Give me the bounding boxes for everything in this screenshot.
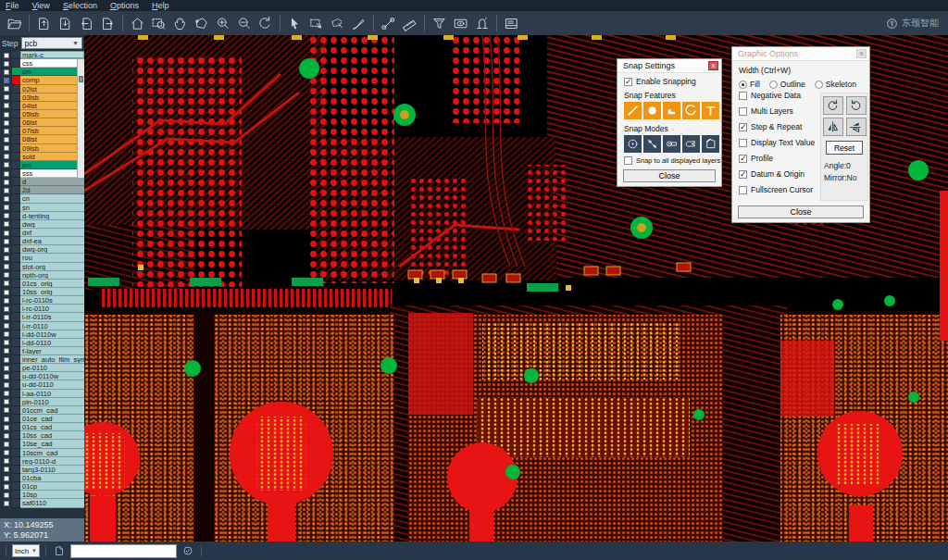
layer-row[interactable]: 02lst xyxy=(0,85,84,93)
layer-visibility-checkbox[interactable] xyxy=(4,69,9,75)
menu-item-options[interactable]: Options xyxy=(110,1,139,10)
layer-row[interactable]: 05lsb xyxy=(0,110,84,118)
layer-row[interactable]: 10se_cad xyxy=(0,440,84,448)
layer-color-swatch[interactable] xyxy=(12,178,20,186)
zoom-previous-icon[interactable] xyxy=(255,13,276,33)
layer-color-swatch[interactable] xyxy=(12,245,20,254)
layer-color-swatch[interactable] xyxy=(12,135,20,143)
view-options-icon[interactable] xyxy=(450,13,471,33)
layer-visibility-checkbox[interactable] xyxy=(4,230,9,236)
snap-all-layers-checkbox[interactable] xyxy=(624,156,632,165)
layer-row[interactable]: inner_auto_film_symb xyxy=(0,355,84,364)
layer-visibility-checkbox[interactable] xyxy=(4,290,9,295)
layer-color-swatch[interactable] xyxy=(12,212,20,220)
layer-row[interactable]: u-dd-0110w xyxy=(0,372,84,380)
layer-row[interactable]: pe-0110 xyxy=(0,364,84,372)
layer-row[interactable]: i-aa-0110 xyxy=(0,390,84,398)
layer-color-swatch[interactable] xyxy=(12,474,20,482)
layer-color-swatch[interactable] xyxy=(12,364,20,372)
menu-item-help[interactable]: Help xyxy=(152,1,169,10)
checkbox-profile[interactable]: Profile xyxy=(739,154,820,163)
layer-color-swatch[interactable] xyxy=(12,161,20,169)
layer-visibility-checkbox[interactable] xyxy=(4,476,9,481)
layer-color-swatch[interactable] xyxy=(12,102,20,110)
layer-visibility-checkbox[interactable] xyxy=(4,298,9,304)
layer-color-swatch[interactable] xyxy=(12,466,20,474)
radio-fill[interactable]: Fill xyxy=(739,80,760,89)
layers-panel-icon[interactable] xyxy=(501,13,522,33)
layer-color-swatch[interactable] xyxy=(12,144,20,153)
layer-row[interactable]: u-dd-0110 xyxy=(0,380,84,389)
layer-visibility-checkbox[interactable] xyxy=(4,340,9,345)
layer-row[interactable]: 10ss_cad xyxy=(0,431,84,440)
graphic-dialog-titlebar[interactable]: Graphic Options x xyxy=(732,47,869,61)
layer-row[interactable]: i-dd-0110w xyxy=(0,330,84,339)
layer-visibility-checkbox[interactable] xyxy=(4,61,9,67)
layer-color-swatch[interactable] xyxy=(12,76,20,84)
select-rect-icon[interactable] xyxy=(306,13,327,33)
layer-color-swatch[interactable] xyxy=(12,59,20,68)
layer-color-swatch[interactable] xyxy=(12,305,20,313)
layer-color-swatch[interactable] xyxy=(12,153,20,161)
layer-color-swatch[interactable] xyxy=(12,440,20,448)
layer-color-swatch[interactable] xyxy=(12,288,20,296)
layer-row[interactable]: 04lst xyxy=(0,102,84,110)
layer-color-swatch[interactable] xyxy=(12,339,20,347)
radio-skeleton[interactable]: Skeleton xyxy=(815,80,856,89)
measure-line-icon[interactable] xyxy=(378,13,399,33)
layer-row[interactable]: 01cs_orig xyxy=(0,280,84,288)
layer-visibility-checkbox[interactable] xyxy=(4,323,9,329)
layer-color-swatch[interactable] xyxy=(12,51,20,59)
snap-arc-icon[interactable] xyxy=(682,102,700,119)
menu-item-view[interactable]: View xyxy=(32,1,50,10)
layer-row[interactable]: 01cba xyxy=(0,474,84,482)
snap-line-icon[interactable] xyxy=(624,102,642,119)
reset-button[interactable]: Reset xyxy=(826,141,863,155)
layer-row[interactable]: 01cs_cad xyxy=(0,423,84,431)
layer-color-swatch[interactable] xyxy=(12,237,20,245)
layer-color-swatch[interactable] xyxy=(12,186,20,194)
checkbox-step-repeat[interactable]: Step & Repeat xyxy=(739,122,820,131)
snap-magnet-icon[interactable] xyxy=(471,13,493,33)
layer-visibility-checkbox[interactable] xyxy=(4,366,9,371)
layer-color-swatch[interactable] xyxy=(12,355,20,364)
layer-row[interactable]: sold xyxy=(0,153,84,161)
layer-row[interactable]: comp xyxy=(0,76,84,84)
layer-row[interactable]: 10sp xyxy=(0,491,84,499)
layer-list-scrollbar[interactable] xyxy=(77,59,84,178)
layer-row[interactable]: 08lst xyxy=(0,135,84,143)
checkbox-fullscreen-cursor[interactable]: Fullscreen Cursor xyxy=(739,185,820,194)
command-input[interactable] xyxy=(70,544,177,558)
layer-color-swatch[interactable] xyxy=(12,390,20,398)
scrollbar-thumb[interactable] xyxy=(79,76,83,82)
layer-visibility-checkbox[interactable] xyxy=(4,196,9,202)
layer-row[interactable]: i-rr-0110 xyxy=(0,322,84,330)
layer-visibility-checkbox[interactable] xyxy=(4,315,9,320)
filter-funnel-icon[interactable] xyxy=(429,13,450,33)
layer-color-swatch[interactable] xyxy=(12,169,20,178)
step-select[interactable]: pcb ▼ xyxy=(21,37,83,49)
menu-item-file[interactable]: File xyxy=(6,1,19,10)
layer-color-swatch[interactable] xyxy=(12,347,20,355)
checkbox-display-text-value[interactable]: Display Text Value xyxy=(739,138,820,147)
layer-row[interactable]: 03lsb xyxy=(0,93,84,102)
layer-visibility-checkbox[interactable] xyxy=(4,450,9,455)
layer-color-swatch[interactable] xyxy=(12,322,20,330)
layer-row[interactable]: 01ccm_cad xyxy=(0,406,84,415)
layer-visibility-checkbox[interactable] xyxy=(4,86,9,92)
layer-visibility-checkbox[interactable] xyxy=(4,433,9,439)
layer-row[interactable]: d xyxy=(0,178,84,186)
snap-dialog-titlebar[interactable]: Snap Settings x xyxy=(617,59,721,73)
snap-close-button[interactable]: Close xyxy=(623,169,716,182)
layer-visibility-checkbox[interactable] xyxy=(4,247,9,253)
layer-visibility-checkbox[interactable] xyxy=(4,103,9,108)
snap-all-layers-row[interactable]: Snap to all displayed layers xyxy=(624,156,721,165)
layer-color-swatch[interactable] xyxy=(12,85,20,93)
rotate-cw-icon[interactable] xyxy=(823,96,843,115)
layer-row[interactable]: npth-org xyxy=(0,271,84,280)
paint-brush-icon[interactable] xyxy=(348,13,369,33)
snap-surface-icon[interactable] xyxy=(663,102,680,119)
pan-hand-icon[interactable] xyxy=(169,13,191,33)
layer-color-swatch[interactable] xyxy=(12,423,20,431)
enable-snapping-row[interactable]: Enable Snapping xyxy=(624,77,721,86)
